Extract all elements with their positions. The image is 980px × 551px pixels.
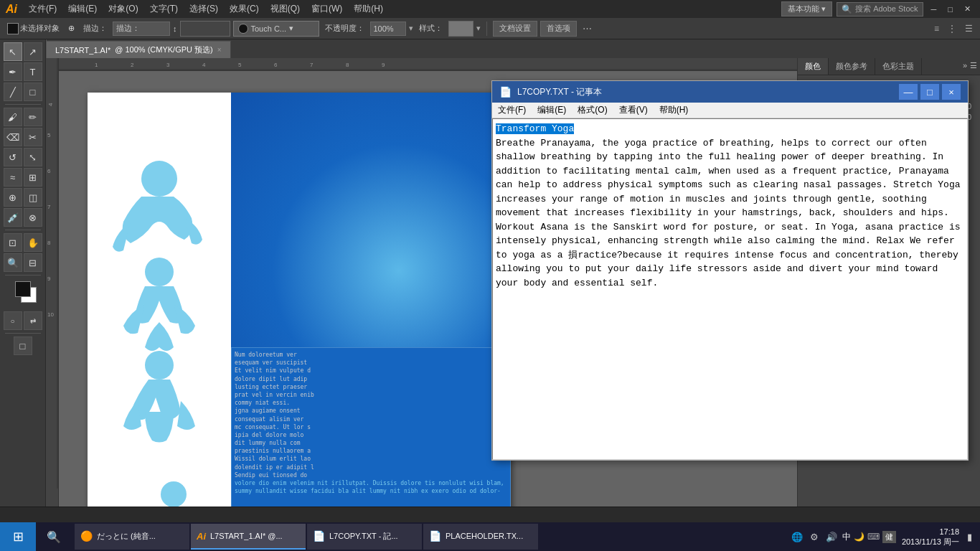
ai-logo: Ai (6, 3, 17, 16)
fill-none-btn[interactable]: ○ (4, 311, 22, 330)
swap-colors-btn[interactable]: ⇄ (24, 311, 42, 330)
menu-select[interactable]: 选择(S) (184, 1, 224, 17)
notepad-menu-help[interactable]: 帮助(H) (654, 103, 694, 118)
tool-row-4: 🖌 ✏ (4, 108, 42, 126)
settings-icon[interactable]: ⚙ (808, 532, 821, 542)
opacity-dropdown-icon[interactable]: ▾ (409, 24, 413, 33)
taskbar-notepad-item[interactable]: 📄 L7COPY.TXT - 記... (307, 524, 422, 550)
more-options-icon[interactable]: ⋯ (583, 23, 592, 34)
artboard-tool[interactable]: ⊟ (24, 253, 42, 272)
menu-object[interactable]: 对象(O) (103, 1, 143, 17)
network-icon[interactable]: 🌐 (789, 532, 805, 542)
rect-tool[interactable]: □ (24, 83, 42, 101)
notepad-menubar: 文件(F) 编辑(E) 格式(O) 查看(V) 帮助(H) (492, 103, 968, 118)
notepad-text-content[interactable]: Transform Yoga Breathe Pranayama, the yo… (492, 118, 968, 460)
free-transform-tool[interactable]: ⊞ (24, 168, 42, 187)
style-dropdown-icon[interactable]: ▾ (476, 24, 481, 33)
scissors-tool[interactable]: ✂ (24, 128, 42, 146)
lorem-line-14: Wissil dolum erlit lao (235, 455, 507, 463)
slice-tool[interactable]: ⊡ (4, 233, 22, 252)
preferences-button[interactable]: 首选项 (540, 21, 577, 37)
doc-tab-detail: @ 100% (CMYK/GPU 预选) (115, 44, 212, 55)
volume-icon[interactable]: 🔊 (824, 532, 839, 542)
taskbar-music-item[interactable]: 🟠 だっとに (純音... (75, 524, 189, 550)
text-tool[interactable]: T (24, 62, 42, 81)
align-icon[interactable]: ≡ (931, 22, 942, 35)
menu-window[interactable]: 窗口(W) (306, 1, 348, 17)
normal-view-btn[interactable]: □ (14, 336, 32, 355)
tool-row-7: ≈ ⊞ (4, 168, 42, 187)
panel-header-icons: » ☰ (960, 58, 980, 75)
select-tool[interactable]: ↖ (4, 42, 22, 61)
menu-effect[interactable]: 效果(C) (224, 1, 265, 17)
gradient-tool[interactable]: ◫ (24, 188, 42, 207)
notepad-maximize-btn[interactable]: □ (920, 84, 939, 100)
health-indicator[interactable]: 健 (882, 531, 896, 543)
foreground-color[interactable] (15, 281, 31, 297)
system-clock[interactable]: 17:18 2013/11/13 周一 (899, 527, 962, 547)
scale-tool[interactable]: ⤡ (24, 148, 42, 166)
notepad-menu-format[interactable]: 格式(O) (572, 103, 613, 118)
canvas-lorem-block[interactable]: Num doloreetum ver esequam ver suscipist… (231, 347, 511, 522)
notepad-menu-file[interactable]: 文件(F) (492, 103, 532, 118)
taskbar-search-btn[interactable]: 🔍 (36, 522, 72, 551)
hand-tool[interactable]: ✋ (24, 233, 42, 252)
lorem-line-11: ipia del dolore molo (235, 431, 507, 439)
panel-icon-menu[interactable]: ☰ (970, 61, 977, 72)
doc-settings-button[interactable]: 文档设置 (493, 21, 537, 37)
panel-tab-theme[interactable]: 色彩主题 (875, 58, 922, 75)
blend-tool[interactable]: ⊗ (24, 208, 42, 227)
zoom-tool[interactable]: 🔍 (4, 253, 22, 272)
taskbar-ai-item[interactable]: Ai L7START_1.AI* @... (191, 524, 306, 550)
search-placeholder[interactable]: 搜索 Adobe Stock (855, 4, 918, 14)
rotate-tool[interactable]: ↺ (4, 148, 22, 166)
show-desktop-btn[interactable]: ▮ (965, 532, 974, 542)
menu-edit[interactable]: 编辑(E) (62, 1, 103, 17)
pencil-tool[interactable]: ✏ (24, 108, 42, 126)
document-tab-active[interactable]: L7START_1.AI* @ 100% (CMYK/GPU 预选) × (47, 41, 231, 58)
svg-text:8: 8 (346, 62, 349, 68)
window-close[interactable]: ✕ (961, 3, 974, 15)
opacity-input[interactable] (370, 22, 406, 36)
stroke-arrows[interactable]: ↕ (173, 24, 177, 33)
moon-icon[interactable]: 🌙 (854, 532, 864, 542)
line-tool[interactable]: ╱ (4, 83, 22, 101)
stroke-color-box[interactable] (180, 21, 230, 37)
warp-tool[interactable]: ≈ (4, 168, 22, 187)
pen-tool[interactable]: ✒ (4, 62, 22, 81)
notepad-menu-view[interactable]: 查看(V) (613, 103, 654, 118)
menu-view[interactable]: 视图(Q) (265, 1, 306, 17)
eraser-tool[interactable]: ⌫ (4, 128, 22, 146)
menu-text[interactable]: 文字(T) (144, 1, 184, 17)
workspace-btn[interactable]: 基本功能 ▾ (781, 1, 832, 17)
panel-tab-color[interactable]: 颜色 (798, 58, 829, 75)
shape-builder-tool[interactable]: ⊕ (4, 188, 22, 207)
ime-button[interactable]: 中 (842, 531, 851, 543)
notepad-minimize-btn[interactable]: — (899, 84, 918, 100)
start-button[interactable]: ⊞ (0, 522, 36, 551)
canvas-lorem-text: Num doloreetum ver esequam ver suscipist… (232, 348, 510, 498)
window-maximize[interactable]: □ (944, 4, 956, 15)
lorem-line-selected-1: volore dio enim velenim nit irillutpat. … (235, 479, 507, 487)
style-box[interactable] (448, 21, 473, 37)
notepad-menu-edit[interactable]: 编辑(E) (532, 103, 572, 118)
doc-tab-close[interactable]: × (217, 46, 222, 54)
direct-select-tool[interactable]: ↗ (24, 42, 42, 61)
panel-icon-expand[interactable]: » (963, 61, 967, 72)
brush-selector[interactable]: Touch C... ▾ (233, 21, 319, 37)
taskbar-placeholder-item[interactable]: 📄 PLACEHOLDER.TX... (423, 524, 538, 550)
menu-help[interactable]: 帮助(H) (348, 1, 389, 17)
stroke-input[interactable] (113, 22, 170, 36)
more-icon[interactable]: ⋮ (945, 22, 959, 35)
paintbrush-tool[interactable]: 🖌 (4, 108, 22, 126)
notepad-close-btn[interactable]: × (942, 84, 961, 100)
menu-file[interactable]: 文件(F) (23, 1, 62, 17)
eyedropper-tool[interactable]: 💉 (4, 208, 22, 227)
keyboard-icon[interactable]: ⌨ (867, 532, 880, 542)
panel-tab-color-ref[interactable]: 颜色参考 (829, 58, 875, 75)
hamburger-icon[interactable]: ☰ (962, 22, 976, 35)
lorem-line-13: praestinis nullaorem a (235, 447, 507, 455)
notepad-titlebar[interactable]: 📄 L7COPY.TXT - 记事本 — □ × (492, 81, 968, 103)
notepad-icon: 📄 (499, 86, 512, 98)
window-minimize[interactable]: ─ (928, 4, 941, 15)
